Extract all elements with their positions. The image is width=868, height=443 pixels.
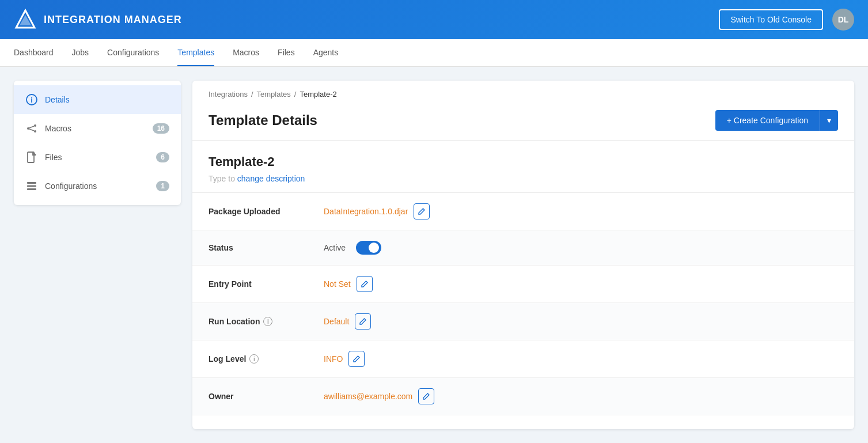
detail-label: Owner (209, 392, 324, 401)
svg-rect-10 (27, 182, 36, 184)
svg-text:i: i (31, 96, 33, 104)
breadcrumb-templates[interactable]: Templates (257, 90, 291, 99)
breadcrumb-integrations[interactable]: Integrations (209, 90, 248, 99)
detail-row: Log Leveli INFO (192, 340, 854, 378)
detail-row: Package Uploaded DataIntegration.1.0.dja… (192, 193, 854, 230)
detail-label: Status (209, 243, 324, 252)
configurations-badge: 1 (156, 181, 169, 191)
detail-label: Run Locationi (209, 317, 324, 326)
template-name: Template-2 (209, 154, 838, 169)
sidebar-item-details-label: Details (45, 95, 70, 104)
main-content-area: Integrations / Templates / Template-2 Te… (192, 81, 854, 429)
macros-badge: 16 (153, 123, 169, 134)
logo: INTEGRATION MANAGER (14, 8, 182, 31)
template-description: Type to change description (209, 174, 838, 183)
nav-item-templates[interactable]: Templates (177, 40, 214, 66)
svg-point-4 (27, 127, 29, 130)
nav-item-dashboard[interactable]: Dashboard (14, 40, 54, 66)
description-prefix: Type to (209, 174, 237, 183)
breadcrumb-current: Template-2 (300, 90, 336, 99)
detail-value-container: Active (324, 241, 381, 255)
svg-line-8 (29, 129, 34, 131)
sidebar-item-files[interactable]: Files 6 (14, 143, 181, 172)
detail-value-container: INFO (324, 351, 365, 367)
sidebar: i Details Macros 16 (14, 81, 181, 205)
header-actions: Switch To Old Console DL (719, 9, 854, 31)
sidebar-item-configurations-label: Configurations (45, 181, 97, 191)
file-icon (25, 151, 38, 164)
detail-value: INFO (324, 354, 343, 364)
svg-line-7 (29, 126, 34, 128)
sidebar-item-macros[interactable]: Macros 16 (14, 114, 181, 143)
create-config-button-group: + Create Configuration ▾ (715, 110, 838, 131)
status-label: Active (324, 243, 346, 252)
configurations-icon (25, 180, 38, 192)
files-badge: 6 (156, 152, 169, 162)
macros-icon (25, 122, 38, 135)
svg-point-6 (34, 130, 36, 132)
breadcrumb: Integrations / Templates / Template-2 (209, 90, 838, 99)
edit-button[interactable] (418, 388, 434, 404)
detail-value-container: awilliams@example.com (324, 388, 434, 404)
sidebar-item-configurations[interactable]: Configurations 1 (14, 172, 181, 200)
logo-icon (14, 8, 37, 31)
page-title-row: Template Details + Create Configuration … (192, 103, 854, 141)
detail-value-container: Default (324, 313, 371, 330)
user-avatar[interactable]: DL (832, 9, 854, 31)
create-configuration-dropdown[interactable]: ▾ (820, 110, 838, 131)
breadcrumb-separator-2: / (294, 90, 297, 99)
detail-row: Entry Point Not Set (192, 266, 854, 303)
main-nav: Dashboard Jobs Configurations Templates … (0, 39, 868, 67)
page-title: Template Details (209, 112, 317, 128)
detail-row: Run Locationi Default (192, 303, 854, 340)
main-layout: i Details Macros 16 (0, 67, 868, 443)
edit-button[interactable] (355, 313, 371, 330)
description-link[interactable]: change description (237, 174, 305, 183)
detail-value-container: DataIntegration.1.0.djar (324, 203, 430, 219)
content-header: Integrations / Templates / Template-2 (192, 81, 854, 99)
info-icon[interactable]: i (249, 354, 259, 364)
edit-button[interactable] (348, 351, 365, 367)
detail-value-container: Not Set (324, 276, 373, 292)
create-configuration-button[interactable]: + Create Configuration (715, 110, 820, 131)
nav-item-configurations[interactable]: Configurations (107, 40, 159, 66)
nav-item-macros[interactable]: Macros (233, 40, 259, 66)
nav-item-agents[interactable]: Agents (313, 40, 339, 66)
template-card: Template-2 Type to change description (192, 141, 854, 193)
edit-button[interactable] (357, 276, 373, 292)
svg-point-5 (34, 124, 36, 127)
detail-value: Not Set (324, 279, 351, 289)
switch-console-button[interactable]: Switch To Old Console (719, 9, 823, 30)
info-icon[interactable]: i (263, 317, 272, 326)
detail-label: Log Leveli (209, 354, 324, 364)
detail-value-link: DataIntegration.1.0.djar (324, 207, 408, 216)
edit-button[interactable] (414, 203, 430, 219)
sidebar-item-details[interactable]: i Details (14, 85, 181, 114)
info-circle-icon: i (25, 93, 38, 106)
nav-item-jobs[interactable]: Jobs (72, 40, 89, 66)
sidebar-item-files-label: Files (45, 153, 62, 162)
sidebar-item-macros-label: Macros (45, 124, 71, 133)
detail-value: Default (324, 317, 349, 326)
app-header: INTEGRATION MANAGER Switch To Old Consol… (0, 0, 868, 39)
detail-row: Owner awilliams@example.com (192, 378, 854, 415)
detail-rows: Package Uploaded DataIntegration.1.0.dja… (192, 193, 854, 415)
detail-row: Status Active (192, 230, 854, 266)
svg-rect-11 (27, 185, 36, 187)
breadcrumb-separator-1: / (251, 90, 253, 99)
detail-value: awilliams@example.com (324, 392, 412, 401)
detail-label: Package Uploaded (209, 207, 324, 216)
svg-rect-12 (27, 188, 36, 190)
nav-item-files[interactable]: Files (278, 40, 295, 66)
detail-label: Entry Point (209, 279, 324, 289)
status-toggle[interactable] (356, 241, 381, 255)
logo-text: INTEGRATION MANAGER (44, 14, 182, 26)
